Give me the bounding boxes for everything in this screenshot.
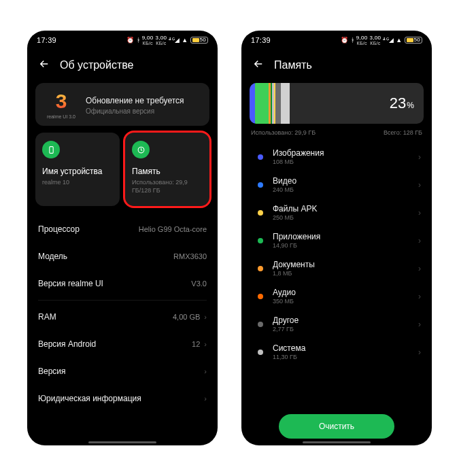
row-key: RAM (38, 312, 56, 322)
titlebar: Об устройстве (27, 50, 218, 83)
update-banner[interactable]: 3 realme UI 3.0 Обновление не требуется … (35, 83, 209, 126)
net-speed-1: 9,00 КБ/c (356, 35, 368, 46)
row-key: Версия Android (38, 339, 96, 349)
storage-cat-изображения[interactable]: Изображения108 МБ› (241, 143, 432, 171)
storage-category-list: Изображения108 МБ›Видео240 МБ›Файлы APK2… (241, 143, 432, 407)
titlebar: Память (241, 50, 432, 83)
storage-total-label: Всего: 128 ГБ (384, 129, 422, 136)
storage-cat-другое[interactable]: Другое2,77 ГБ› (241, 310, 432, 338)
device-name-value: realme 10 (42, 179, 113, 187)
category-dot-icon (258, 294, 263, 299)
chevron-right-icon: › (418, 208, 421, 218)
storage-usage-bar: 23% (250, 83, 424, 124)
row-value: Helio G99 Octa-core (139, 225, 207, 233)
row-key: Версия realme UI (38, 279, 103, 288)
storage-cat-аудио[interactable]: Аудио350 МБ› (241, 282, 432, 310)
home-indicator[interactable] (88, 441, 156, 443)
page-title: Память (274, 59, 312, 71)
row-value: 4,00 GB› (173, 313, 207, 321)
status-time: 17:39 (37, 36, 56, 44)
storage-cat-документы[interactable]: Документы1,8 МБ› (241, 254, 432, 282)
category-name: Видео (273, 176, 418, 186)
category-size: 14,90 ГБ (273, 242, 418, 249)
row-key: Модель (38, 252, 67, 261)
category-dot-icon (258, 210, 263, 216)
about-row-юридическая-информация[interactable]: Юридическая информация› (27, 385, 218, 412)
chevron-right-icon: › (204, 367, 207, 375)
chevron-right-icon: › (204, 340, 207, 348)
net-speed-2: 3,00 КБ/c (156, 35, 167, 46)
about-row-версия-realme-ui: Версия realme UIV3.0 (27, 270, 218, 297)
back-button[interactable] (252, 58, 265, 72)
row-value: › (204, 394, 207, 403)
row-value: RMX3630 (173, 252, 207, 260)
category-dot-icon (258, 322, 263, 327)
category-size: 350 МБ (273, 298, 418, 305)
chevron-right-icon: › (204, 313, 207, 321)
status-bar: 17:39 ⏰ ᚼ 9,00 КБ/c 3,00 КБ/c ⁴ᴳ◢ ▲ 50 (241, 31, 432, 50)
device-name-card[interactable]: Имя устройства realme 10 (35, 133, 120, 206)
wifi-icon: ▲ (182, 37, 188, 44)
bluetooth-icon: ᚼ (137, 37, 140, 44)
battery-icon: 50 (405, 37, 423, 44)
chevron-right-icon: › (418, 264, 421, 273)
storage-cat-приложения[interactable]: Приложения14,90 ГБ› (241, 226, 432, 254)
storage-card-label: Память (132, 167, 203, 176)
about-row-версия-android[interactable]: Версия Android12› (27, 330, 218, 358)
category-dot-icon (258, 350, 263, 355)
storage-cat-видео[interactable]: Видео240 МБ› (241, 171, 432, 199)
about-row-модель: МодельRMX3630 (27, 243, 218, 270)
category-size: 11,30 ГБ (273, 354, 418, 360)
row-key: Версия (38, 367, 66, 376)
wifi-icon: ▲ (396, 37, 402, 44)
about-row-процессор: ПроцессорHelio G99 Octa-core (27, 216, 218, 243)
category-size: 1,8 МБ (273, 270, 418, 277)
storage-cat-файлы apk[interactable]: Файлы APK250 МБ› (241, 199, 432, 226)
chevron-right-icon: › (418, 320, 421, 329)
storage-segment (275, 83, 281, 124)
signal-icon: ⁴ᴳ◢ (383, 37, 394, 44)
back-button[interactable] (38, 58, 50, 72)
row-value: V3.0 (191, 279, 207, 288)
row-value: 12› (192, 340, 207, 348)
alarm-icon: ⏰ (341, 37, 348, 44)
row-value: › (204, 367, 207, 375)
about-info-list: ПроцессорHelio G99 Octa-coreМодельRMX363… (27, 216, 218, 412)
storage-caption: Использовано: 29,9 ГБ Всего: 128 ГБ (251, 129, 422, 136)
status-icons: ⏰ ᚼ 9,00 КБ/c 3,00 КБ/c ⁴ᴳ◢ ▲ 50 (126, 35, 208, 46)
storage-segment (255, 83, 269, 124)
row-key: Процессор (38, 224, 80, 234)
about-row-версия[interactable]: Версия› (27, 358, 218, 385)
bluetooth-icon: ᚼ (351, 37, 354, 44)
chevron-right-icon: › (418, 236, 421, 245)
storage-used-label: Использовано: 29,9 ГБ (251, 129, 316, 136)
storage-percent: 23% (390, 95, 414, 112)
chevron-right-icon: › (418, 152, 421, 162)
category-size: 240 МБ (273, 186, 418, 193)
realme-ui-logo: 3 realme UI 3.0 (44, 91, 79, 119)
alarm-icon: ⏰ (126, 37, 134, 44)
storage-cat-система[interactable]: Система11,30 ГБ› (241, 338, 432, 366)
storage-segment (250, 83, 255, 124)
category-dot-icon (258, 154, 263, 160)
page-title: Об устройстве (60, 59, 133, 71)
home-indicator[interactable] (303, 441, 371, 443)
chevron-right-icon: › (418, 292, 421, 301)
category-size: 250 МБ (273, 214, 418, 221)
battery-icon: 50 (190, 37, 209, 44)
storage-card[interactable]: Память Использовано: 29,9 ГБ/128 ГБ (123, 131, 211, 208)
clean-button[interactable]: Очистить (279, 414, 394, 439)
row-key: Юридическая информация (38, 394, 141, 403)
category-name: Изображения (273, 148, 418, 158)
phone-about-device: 17:39 ⏰ ᚼ 9,00 КБ/c 3,00 КБ/c ⁴ᴳ◢ ▲ 50 (27, 31, 218, 445)
storage-icon (132, 141, 150, 158)
category-size: 2,77 ГБ (273, 326, 418, 333)
category-name: Система (273, 343, 418, 353)
category-name: Документы (273, 260, 418, 269)
category-name: Другое (273, 316, 418, 325)
about-row-ram[interactable]: RAM4,00 GB› (27, 303, 218, 330)
category-name: Файлы APK (273, 204, 418, 214)
phone-icon (42, 141, 60, 158)
chevron-right-icon: › (418, 180, 421, 190)
category-name: Аудио (273, 288, 418, 297)
